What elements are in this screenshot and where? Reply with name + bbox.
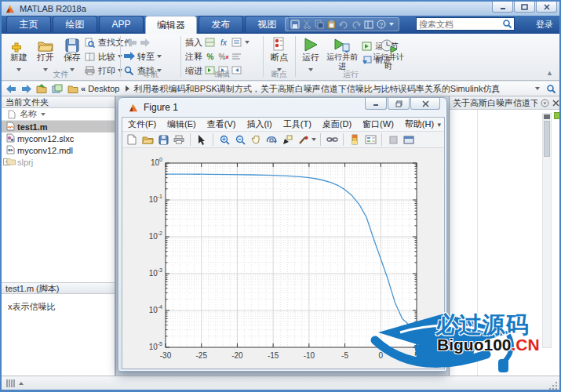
run-advance-button[interactable]: 运行并前进 <box>326 35 359 71</box>
brush-icon[interactable] <box>296 132 310 147</box>
cut-icon[interactable] <box>303 20 311 29</box>
insert-row[interactable]: 插入 fx <box>185 36 250 49</box>
svg-text:-20: -20 <box>231 351 243 360</box>
forward-icon[interactable] <box>140 38 150 47</box>
pan-icon[interactable] <box>249 132 263 147</box>
legend-icon[interactable] <box>363 132 377 147</box>
figure-minimize-button[interactable] <box>365 98 387 110</box>
run-advance-icon <box>333 38 351 53</box>
help-icon[interactable]: ? <box>377 20 386 29</box>
search-input[interactable] <box>417 20 502 29</box>
file-row-test1[interactable]: test1.m <box>2 121 115 132</box>
new-file-icon[interactable] <box>125 132 139 147</box>
copy-icon[interactable] <box>315 20 324 29</box>
zoom-out-icon[interactable] <box>233 132 247 147</box>
undo-icon[interactable] <box>339 20 348 29</box>
menu-help[interactable]: 帮助(H) <box>399 118 439 130</box>
address-dropdown-icon[interactable] <box>535 87 540 90</box>
doc-search-box[interactable] <box>416 17 515 31</box>
breadcrumb-root[interactable]: Desktop <box>88 84 119 93</box>
print-icon[interactable] <box>172 132 186 147</box>
compare-button[interactable]: 比较 <box>85 50 122 63</box>
menu-overflow-icon[interactable]: ▾ <box>437 121 441 129</box>
open-folder-icon[interactable] <box>140 132 155 147</box>
file-row-slxc[interactable]: myconv12.slxc <box>2 132 115 144</box>
tab-plots[interactable]: 绘图 <box>53 16 97 32</box>
link-plots-icon[interactable] <box>325 132 339 147</box>
comment-row[interactable]: 注释 % %x <box>185 50 242 63</box>
menu-window[interactable]: 窗口(W) <box>357 118 399 130</box>
qat-dropdown-icon[interactable] <box>389 23 394 26</box>
figure-close-button[interactable] <box>410 98 440 110</box>
address-search-icon[interactable] <box>546 84 556 94</box>
editor-document-tab[interactable]: 关于高斯白噪声信道下... <box>450 96 561 110</box>
tab-home[interactable]: 主页 <box>6 16 51 32</box>
tab-view[interactable]: 视图 <box>245 16 290 32</box>
breadcrumb-collapsed[interactable]: « <box>81 84 86 93</box>
advance-icon <box>362 56 373 66</box>
figure-title: Figure 1 <box>144 102 178 113</box>
file-detail-text: x表示信噪比 <box>2 295 115 313</box>
status-expand-icon[interactable] <box>19 382 24 385</box>
search-icon[interactable] <box>502 19 512 29</box>
menu-file[interactable]: 文件(F) <box>122 118 162 130</box>
figure-plot-area[interactable]: -30-25-20-15-10-50510010-110-210-310-410… <box>122 149 444 368</box>
editor-scrollbar[interactable] <box>542 113 552 348</box>
save-icon[interactable] <box>156 132 170 147</box>
status-grip[interactable] <box>6 379 24 387</box>
run-time-button[interactable]: 运行并计时 <box>373 35 404 71</box>
tab-close-icon[interactable] <box>552 100 559 107</box>
zoom-in-icon[interactable] <box>217 132 231 147</box>
nav-forward-icon[interactable] <box>21 85 31 93</box>
minimize-button[interactable] <box>492 2 513 13</box>
mdl-file-icon <box>6 145 15 154</box>
menu-desktop[interactable]: 桌面(D) <box>317 118 357 130</box>
brush-dropdown-icon[interactable] <box>311 138 316 141</box>
current-folder-panel: 当前文件夹 名称 test1.m myconv12.slxc myconv12.… <box>2 96 116 376</box>
layout-icon[interactable] <box>364 20 373 29</box>
menu-edit[interactable]: 编辑(E) <box>162 118 202 130</box>
address-bar: « Desktop 利用卷积编码和BPSK调制方式，关于高斯白噪声信道下信噪比与… <box>2 82 559 96</box>
colorbar-icon[interactable] <box>348 132 362 147</box>
dock-figure-icon[interactable] <box>402 132 416 147</box>
file-row-mdl[interactable]: myconv12.mdl <box>2 144 115 156</box>
nav-back-icon[interactable] <box>6 85 16 93</box>
figure-title-bar[interactable]: Figure 1 <box>118 98 446 117</box>
paste-icon[interactable] <box>327 20 336 29</box>
redo-icon[interactable] <box>352 20 361 29</box>
name-column-header[interactable]: 名称 <box>2 108 115 121</box>
pointer-icon[interactable] <box>195 132 209 147</box>
svg-text:10-2: 10-2 <box>149 230 162 241</box>
goto-button[interactable]: 转至 <box>124 50 162 63</box>
tab-apps[interactable]: APP <box>99 16 144 32</box>
tab-menu-icon[interactable] <box>541 99 549 107</box>
ribbon-collapse-icon[interactable]: ▲ <box>546 69 553 77</box>
tab-editor[interactable]: 编辑器 <box>145 16 197 34</box>
rotate-3d-icon[interactable] <box>264 132 279 147</box>
maximize-button[interactable] <box>514 2 535 13</box>
sign-in-link[interactable]: 登录 <box>536 19 553 31</box>
browse-stack-icon[interactable] <box>52 84 63 93</box>
up-folder-icon[interactable] <box>36 84 47 93</box>
svg-text:-10: -10 <box>304 351 315 360</box>
data-cursor-icon[interactable] <box>280 132 294 147</box>
insert-block-icon <box>231 38 242 48</box>
ribbon-group-navigate: 转至 查找 导航 <box>121 34 180 80</box>
menu-tools[interactable]: 工具(T) <box>278 118 317 130</box>
svg-text:-25: -25 <box>195 351 207 360</box>
toolbar-separator <box>190 133 191 146</box>
resize-grip-icon[interactable] <box>548 380 557 390</box>
editor-document-area[interactable] <box>450 110 561 376</box>
menu-insert[interactable]: 插入(I) <box>241 118 277 130</box>
breadcrumb-path[interactable]: 利用卷积编码和BPSK调制方式，关于高斯白噪声信道下信噪比与比特误码率关系的Si… <box>133 83 500 95</box>
ribbon-tab-bar: 主页 绘图 APP 编辑器 发布 视图 ? 登录 <box>2 16 559 34</box>
scrollbar-thumb[interactable] <box>544 121 550 157</box>
tab-publish[interactable]: 发布 <box>199 16 243 32</box>
back-icon[interactable] <box>127 38 137 47</box>
save-icon[interactable] <box>290 20 300 29</box>
matlab-logo-icon <box>5 4 16 14</box>
menu-view[interactable]: 查看(V) <box>202 118 242 130</box>
folder-row-slprj[interactable]: + slprj <box>2 156 115 168</box>
close-button[interactable] <box>536 2 557 13</box>
figure-restore-button[interactable] <box>388 98 410 110</box>
